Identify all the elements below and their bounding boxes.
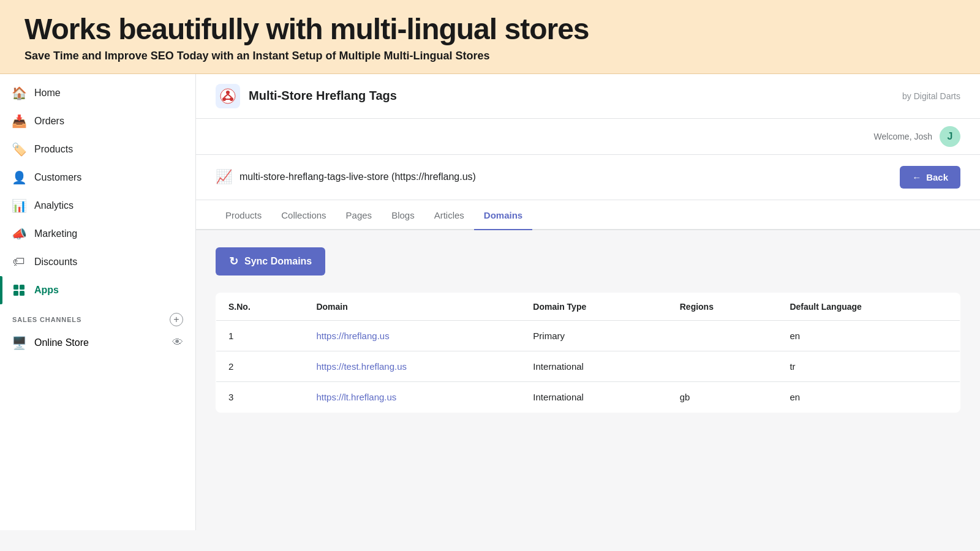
cell-regions bbox=[668, 351, 778, 381]
sidebar-item-analytics[interactable]: 📊 Analytics bbox=[0, 192, 195, 220]
sidebar-label-customers: Customers bbox=[34, 172, 81, 183]
home-icon: 🏠 bbox=[12, 86, 26, 100]
cell-default-language: en bbox=[777, 381, 960, 412]
marketing-icon: 📣 bbox=[12, 227, 26, 241]
discounts-icon: 🏷 bbox=[12, 255, 26, 269]
sidebar-item-marketing[interactable]: 📣 Marketing bbox=[0, 220, 195, 248]
welcome-bar: Welcome, Josh J bbox=[196, 119, 980, 155]
sidebar-item-online-store[interactable]: 🖥️ Online Store 👁 bbox=[0, 330, 195, 356]
back-arrow-icon: ← bbox=[912, 172, 921, 182]
sidebar-item-discounts[interactable]: 🏷 Discounts bbox=[0, 248, 195, 276]
tab-articles[interactable]: Articles bbox=[424, 200, 474, 230]
avatar: J bbox=[940, 126, 960, 147]
col-header-default-language: Default Language bbox=[777, 293, 960, 320]
sidebar-item-orders[interactable]: 📥 Orders bbox=[0, 107, 195, 135]
cell-domain-type: International bbox=[521, 381, 667, 412]
tab-collections[interactable]: Collections bbox=[271, 200, 336, 230]
svg-rect-1 bbox=[20, 285, 24, 290]
back-button[interactable]: ← Back bbox=[900, 166, 960, 189]
tab-pages[interactable]: Pages bbox=[336, 200, 382, 230]
app-title: Multi-Store Hreflang Tags bbox=[249, 89, 397, 103]
sidebar-label-discounts: Discounts bbox=[34, 257, 77, 268]
domain-link[interactable]: https://hreflang.us bbox=[316, 331, 389, 341]
domains-table: S.No. Domain Domain Type Regions Default… bbox=[216, 293, 960, 413]
col-header-regions: Regions bbox=[668, 293, 778, 320]
svg-rect-0 bbox=[13, 285, 18, 290]
sidebar-label-analytics: Analytics bbox=[34, 200, 74, 211]
eye-icon: 👁 bbox=[172, 336, 183, 349]
online-store-icon: 🖥️ bbox=[12, 336, 26, 350]
cell-domain[interactable]: https://test.hreflang.us bbox=[304, 351, 521, 381]
store-name: multi-store-hreflang-tags-live-store (ht… bbox=[239, 171, 476, 182]
banner-title: Works beautifully with multi-lingual sto… bbox=[24, 13, 956, 46]
sidebar-label-marketing: Marketing bbox=[34, 228, 77, 239]
sidebar-label-products: Products bbox=[34, 144, 73, 155]
cell-sno: 2 bbox=[216, 351, 304, 381]
app-by: by Digital Darts bbox=[902, 91, 960, 101]
svg-rect-2 bbox=[13, 291, 18, 296]
sidebar-item-apps[interactable]: Apps bbox=[0, 276, 195, 304]
cell-domain[interactable]: https://hreflang.us bbox=[304, 320, 521, 351]
tabs-bar: Products Collections Pages Blogs Article… bbox=[196, 200, 980, 230]
col-header-domain-type: Domain Type bbox=[521, 293, 667, 320]
cell-domain-type: International bbox=[521, 351, 667, 381]
cell-sno: 3 bbox=[216, 381, 304, 412]
add-sales-channel-button[interactable]: + bbox=[170, 313, 183, 326]
content-area: ↻ Sync Domains S.No. Domain Domain Type … bbox=[196, 230, 980, 430]
cell-domain[interactable]: https://lt.hreflang.us bbox=[304, 381, 521, 412]
cell-regions: gb bbox=[668, 381, 778, 412]
banner-subtitle: Save Time and Improve SEO Today with an … bbox=[24, 50, 956, 62]
sidebar-label-home: Home bbox=[34, 88, 61, 99]
table-row: 1 https://hreflang.us Primary en bbox=[216, 320, 960, 351]
sidebar-label-apps: Apps bbox=[34, 285, 59, 296]
app-logo bbox=[216, 84, 240, 108]
layout: 🏠 Home 📥 Orders 🏷️ Products 👤 Customers … bbox=[0, 74, 980, 530]
sync-domains-button[interactable]: ↻ Sync Domains bbox=[216, 247, 325, 276]
welcome-text: Welcome, Josh bbox=[874, 132, 932, 141]
tab-products[interactable]: Products bbox=[216, 200, 271, 230]
cell-domain-type: Primary bbox=[521, 320, 667, 351]
table-row: 2 https://test.hreflang.us International… bbox=[216, 351, 960, 381]
banner: Works beautifully with multi-lingual sto… bbox=[0, 0, 980, 74]
apps-icon bbox=[12, 283, 26, 297]
sales-channels-label: SALES CHANNELS bbox=[12, 316, 81, 323]
col-header-domain: Domain bbox=[304, 293, 521, 320]
col-header-sno: S.No. bbox=[216, 293, 304, 320]
sidebar-label-orders: Orders bbox=[34, 116, 64, 127]
analytics-icon: 📊 bbox=[12, 199, 26, 212]
domain-link[interactable]: https://lt.hreflang.us bbox=[316, 392, 396, 402]
svg-point-5 bbox=[226, 91, 230, 94]
store-bar: 📈 multi-store-hreflang-tags-live-store (… bbox=[196, 155, 980, 200]
sidebar-item-customers[interactable]: 👤 Customers bbox=[0, 163, 195, 192]
sidebar-item-products[interactable]: 🏷️ Products bbox=[0, 135, 195, 163]
back-label: Back bbox=[926, 172, 948, 182]
table-row: 3 https://lt.hreflang.us International g… bbox=[216, 381, 960, 412]
main-content: Multi-Store Hreflang Tags by Digital Dar… bbox=[196, 74, 980, 530]
sales-channels-section: SALES CHANNELS + bbox=[0, 304, 195, 330]
svg-rect-3 bbox=[20, 291, 24, 296]
customers-icon: 👤 bbox=[12, 171, 26, 184]
store-icon: 📈 bbox=[216, 169, 232, 185]
sidebar-label-online-store: Online Store bbox=[34, 337, 89, 348]
tab-blogs[interactable]: Blogs bbox=[382, 200, 424, 230]
sidebar: 🏠 Home 📥 Orders 🏷️ Products 👤 Customers … bbox=[0, 74, 196, 530]
cell-default-language: tr bbox=[777, 351, 960, 381]
tab-domains[interactable]: Domains bbox=[474, 200, 532, 230]
cell-regions bbox=[668, 320, 778, 351]
products-icon: 🏷️ bbox=[12, 143, 26, 156]
sidebar-item-home[interactable]: 🏠 Home bbox=[0, 79, 195, 107]
sync-icon: ↻ bbox=[229, 255, 238, 268]
sync-domains-label: Sync Domains bbox=[244, 256, 312, 267]
orders-icon: 📥 bbox=[12, 114, 26, 128]
cell-sno: 1 bbox=[216, 320, 304, 351]
app-header: Multi-Store Hreflang Tags by Digital Dar… bbox=[196, 74, 980, 119]
cell-default-language: en bbox=[777, 320, 960, 351]
domain-link[interactable]: https://test.hreflang.us bbox=[316, 361, 407, 372]
